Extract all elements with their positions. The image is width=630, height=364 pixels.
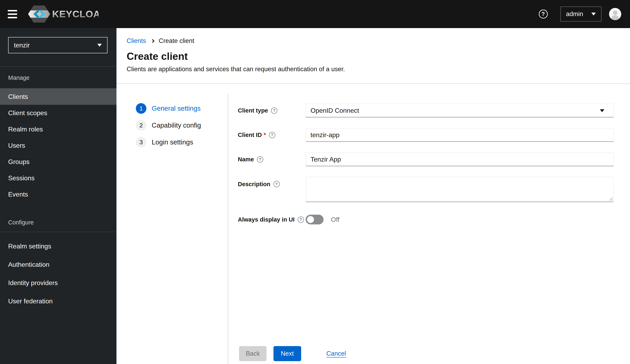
help-icon[interactable]: ? bbox=[539, 9, 548, 18]
toggle-state-label: Off bbox=[331, 216, 340, 223]
wizard-divider bbox=[228, 94, 228, 364]
next-button[interactable]: Next bbox=[274, 346, 301, 361]
sidebar-section-divider bbox=[0, 232, 116, 232]
required-asterisk: * bbox=[264, 132, 266, 138]
cancel-button[interactable]: Cancel bbox=[326, 346, 346, 361]
wizard-step-capability-config[interactable]: 2 Capability config bbox=[136, 120, 201, 131]
name-row: Name ? bbox=[238, 152, 614, 166]
client-type-value: OpenID Connect bbox=[310, 107, 359, 114]
help-icon[interactable]: ? bbox=[269, 132, 275, 138]
always-display-label: Always display in UI ? bbox=[238, 213, 306, 226]
sidebar-item-identity-providers[interactable]: Identity providers bbox=[0, 274, 116, 292]
sidebar: tenzir Manage Clients Client scopes Real… bbox=[0, 28, 116, 364]
keycloak-logo-icon: KEYCLOAK bbox=[28, 4, 98, 23]
sidebar-nav-configure: Realm settings Authentication Identity p… bbox=[0, 237, 116, 310]
breadcrumb-chevron-icon bbox=[151, 39, 154, 43]
help-icon[interactable]: ? bbox=[298, 217, 304, 223]
name-label: Name ? bbox=[238, 152, 306, 166]
realm-selector[interactable]: tenzir bbox=[8, 37, 108, 53]
sidebar-item-users[interactable]: Users bbox=[0, 137, 116, 154]
sidebar-item-client-scopes[interactable]: Client scopes bbox=[0, 105, 116, 121]
description-label: Description ? bbox=[238, 177, 306, 202]
page-header: Clients Create client Create client Clie… bbox=[116, 28, 630, 84]
toggle-knob bbox=[307, 216, 314, 223]
sidebar-item-sessions[interactable]: Sessions bbox=[0, 170, 116, 186]
user-menu-label: admin bbox=[566, 10, 583, 18]
client-id-input[interactable] bbox=[306, 128, 614, 142]
chevron-down-icon bbox=[591, 12, 596, 15]
wizard-step-general-settings[interactable]: 1 General settings bbox=[136, 103, 201, 114]
page-title: Create client bbox=[127, 50, 630, 62]
client-id-row: Client ID * ? bbox=[238, 128, 614, 142]
client-type-row: Client type ? OpenID Connect bbox=[238, 104, 614, 117]
help-icon[interactable]: ? bbox=[274, 181, 280, 187]
always-display-toggle[interactable] bbox=[306, 215, 324, 224]
menu-icon bbox=[8, 10, 17, 18]
back-button[interactable]: Back bbox=[239, 346, 266, 361]
brand-wordmark: KEYCLOAK bbox=[52, 8, 98, 19]
chevron-down-icon bbox=[600, 109, 604, 112]
description-textarea[interactable] bbox=[306, 177, 614, 202]
step-number-badge: 1 bbox=[136, 103, 146, 114]
breadcrumb-clients-link[interactable]: Clients bbox=[127, 37, 146, 44]
step-number-badge: 2 bbox=[136, 120, 146, 131]
wizard-step-login-settings[interactable]: 3 Login settings bbox=[136, 137, 201, 147]
keycloak-logo[interactable]: KEYCLOAK bbox=[28, 4, 98, 23]
chevron-down-icon bbox=[97, 44, 102, 47]
wizard-steps-nav: 1 General settings 2 Capability config 3… bbox=[136, 103, 201, 154]
general-settings-form: Client type ? OpenID Connect Client ID *… bbox=[238, 104, 614, 237]
user-avatar[interactable] bbox=[609, 8, 622, 20]
breadcrumb: Clients Create client bbox=[127, 37, 630, 45]
top-bar: KEYCLOAK ? admin bbox=[0, 0, 630, 28]
sidebar-item-user-federation[interactable]: User federation bbox=[0, 292, 116, 310]
nav-toggle-button[interactable] bbox=[8, 10, 17, 18]
sidebar-item-authentication[interactable]: Authentication bbox=[0, 255, 116, 274]
step-number-badge: 3 bbox=[136, 137, 146, 147]
sidebar-section-configure: Configure bbox=[0, 219, 116, 232]
sidebar-item-groups[interactable]: Groups bbox=[0, 154, 116, 170]
sidebar-item-events[interactable]: Events bbox=[0, 186, 116, 202]
sidebar-item-realm-roles[interactable]: Realm roles bbox=[0, 121, 116, 137]
client-type-label: Client type ? bbox=[238, 104, 306, 117]
sidebar-section-manage: Manage bbox=[0, 74, 116, 88]
client-type-select[interactable]: OpenID Connect bbox=[306, 104, 614, 117]
name-input[interactable] bbox=[306, 152, 614, 166]
realm-selector-value: tenzir bbox=[14, 41, 30, 49]
sidebar-divider bbox=[0, 66, 116, 67]
create-client-wizard: 1 General settings 2 Capability config 3… bbox=[116, 84, 630, 364]
breadcrumb-current: Create client bbox=[159, 37, 194, 44]
help-icon[interactable]: ? bbox=[257, 156, 263, 163]
topbar-actions: ? admin bbox=[539, 6, 622, 21]
description-row: Description ? bbox=[238, 177, 614, 202]
user-menu-dropdown[interactable]: admin bbox=[560, 6, 602, 21]
page-subtitle: Clients are applications and services th… bbox=[127, 65, 630, 73]
user-avatar-icon bbox=[609, 8, 622, 20]
wizard-footer: Back Next Cancel bbox=[239, 346, 346, 361]
sidebar-item-realm-settings[interactable]: Realm settings bbox=[0, 237, 116, 255]
help-icon[interactable]: ? bbox=[271, 107, 277, 114]
sidebar-item-clients[interactable]: Clients bbox=[0, 88, 116, 105]
always-display-row: Always display in UI ? Off bbox=[238, 213, 614, 226]
sidebar-nav-manage: Clients Client scopes Realm roles Users … bbox=[0, 88, 116, 202]
client-id-label: Client ID * ? bbox=[238, 128, 306, 142]
